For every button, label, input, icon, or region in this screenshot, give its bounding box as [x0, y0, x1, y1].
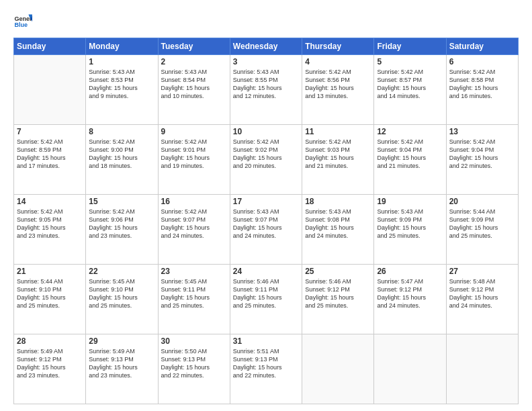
- day-number: 27: [449, 267, 515, 276]
- day-number: 21: [17, 267, 83, 276]
- cell-info: Sunrise: 5:46 AMSunset: 9:11 PMDaylight:…: [233, 277, 299, 310]
- day-number: 2: [161, 57, 227, 66]
- calendar-cell: 5Sunrise: 5:42 AMSunset: 8:57 PMDaylight…: [374, 55, 446, 125]
- calendar-cell: 22Sunrise: 5:45 AMSunset: 9:10 PMDayligh…: [86, 265, 158, 334]
- calendar-table: SundayMondayTuesdayWednesdayThursdayFrid…: [13, 38, 519, 404]
- cell-info: Sunrise: 5:45 AMSunset: 9:10 PMDaylight:…: [89, 277, 154, 310]
- cell-info: Sunrise: 5:44 AMSunset: 9:09 PMDaylight:…: [449, 208, 515, 240]
- calendar-cell: 19Sunrise: 5:43 AMSunset: 9:09 PMDayligh…: [374, 195, 446, 265]
- day-number: 14: [17, 197, 83, 206]
- page: General Blue SundayMondayTuesdayWednesda…: [0, 0, 532, 411]
- day-number: 17: [233, 197, 299, 206]
- calendar-cell: 7Sunrise: 5:42 AMSunset: 8:59 PMDaylight…: [14, 125, 86, 195]
- day-number: 11: [305, 127, 371, 136]
- calendar-cell: 6Sunrise: 5:42 AMSunset: 8:58 PMDaylight…: [446, 55, 518, 125]
- day-number: 26: [377, 267, 443, 276]
- weekday-header: Thursday: [302, 38, 374, 55]
- cell-info: Sunrise: 5:42 AMSunset: 8:59 PMDaylight:…: [17, 138, 83, 171]
- cell-info: Sunrise: 5:43 AMSunset: 9:07 PMDaylight:…: [233, 208, 299, 240]
- calendar-cell: [446, 334, 518, 404]
- calendar-cell: 21Sunrise: 5:44 AMSunset: 9:10 PMDayligh…: [14, 265, 86, 334]
- calendar-cell: 18Sunrise: 5:43 AMSunset: 9:08 PMDayligh…: [302, 195, 374, 265]
- header-row: SundayMondayTuesdayWednesdayThursdayFrid…: [14, 38, 519, 55]
- cell-info: Sunrise: 5:42 AMSunset: 9:07 PMDaylight:…: [161, 208, 227, 240]
- day-number: 30: [161, 336, 227, 346]
- calendar-cell: 30Sunrise: 5:50 AMSunset: 9:13 PMDayligh…: [158, 334, 230, 404]
- calendar-cell: 13Sunrise: 5:42 AMSunset: 9:04 PMDayligh…: [446, 125, 518, 195]
- header: General Blue: [13, 12, 519, 31]
- cell-info: Sunrise: 5:43 AMSunset: 8:54 PMDaylight:…: [161, 68, 227, 101]
- calendar-cell: 20Sunrise: 5:44 AMSunset: 9:09 PMDayligh…: [446, 195, 518, 265]
- cell-info: Sunrise: 5:43 AMSunset: 8:55 PMDaylight:…: [233, 68, 299, 101]
- cell-info: Sunrise: 5:42 AMSunset: 9:00 PMDaylight:…: [89, 138, 154, 171]
- logo: General Blue: [13, 12, 35, 31]
- day-number: 24: [233, 267, 299, 276]
- calendar-cell: 16Sunrise: 5:42 AMSunset: 9:07 PMDayligh…: [158, 195, 230, 265]
- calendar-cell: 9Sunrise: 5:42 AMSunset: 9:01 PMDaylight…: [158, 125, 230, 195]
- day-number: 12: [377, 127, 443, 136]
- day-number: 20: [449, 197, 515, 206]
- day-number: 5: [377, 57, 443, 66]
- day-number: 25: [305, 267, 371, 276]
- calendar-cell: 10Sunrise: 5:42 AMSunset: 9:02 PMDayligh…: [230, 125, 302, 195]
- day-number: 31: [233, 336, 299, 346]
- weekday-header: Friday: [374, 38, 446, 55]
- day-number: 13: [449, 127, 515, 136]
- calendar-cell: 23Sunrise: 5:45 AMSunset: 9:11 PMDayligh…: [158, 265, 230, 334]
- cell-info: Sunrise: 5:50 AMSunset: 9:13 PMDaylight:…: [161, 347, 227, 380]
- calendar-cell: [302, 334, 374, 404]
- cell-info: Sunrise: 5:48 AMSunset: 9:12 PMDaylight:…: [449, 277, 515, 310]
- cell-info: Sunrise: 5:42 AMSunset: 9:06 PMDaylight:…: [89, 208, 154, 240]
- day-number: 1: [89, 57, 154, 66]
- day-number: 22: [89, 267, 154, 276]
- calendar-cell: 11Sunrise: 5:42 AMSunset: 9:03 PMDayligh…: [302, 125, 374, 195]
- cell-info: Sunrise: 5:42 AMSunset: 9:04 PMDaylight:…: [449, 138, 515, 171]
- calendar-week-row: 28Sunrise: 5:49 AMSunset: 9:12 PMDayligh…: [14, 334, 519, 404]
- day-number: 28: [17, 336, 83, 346]
- calendar-cell: 26Sunrise: 5:47 AMSunset: 9:12 PMDayligh…: [374, 265, 446, 334]
- cell-info: Sunrise: 5:43 AMSunset: 9:09 PMDaylight:…: [377, 208, 443, 240]
- day-number: 8: [89, 127, 154, 136]
- cell-info: Sunrise: 5:42 AMSunset: 9:05 PMDaylight:…: [17, 208, 83, 240]
- calendar-cell: 28Sunrise: 5:49 AMSunset: 9:12 PMDayligh…: [14, 334, 86, 404]
- calendar-cell: 25Sunrise: 5:46 AMSunset: 9:12 PMDayligh…: [302, 265, 374, 334]
- calendar-cell: 1Sunrise: 5:43 AMSunset: 8:53 PMDaylight…: [86, 55, 158, 125]
- cell-info: Sunrise: 5:42 AMSunset: 8:58 PMDaylight:…: [449, 68, 515, 101]
- day-number: 10: [233, 127, 299, 136]
- logo-icon: General Blue: [13, 12, 32, 31]
- calendar-cell: [374, 334, 446, 404]
- cell-info: Sunrise: 5:42 AMSunset: 9:04 PMDaylight:…: [377, 138, 443, 171]
- cell-info: Sunrise: 5:47 AMSunset: 9:12 PMDaylight:…: [377, 277, 443, 310]
- calendar-cell: 4Sunrise: 5:42 AMSunset: 8:56 PMDaylight…: [302, 55, 374, 125]
- calendar-cell: 2Sunrise: 5:43 AMSunset: 8:54 PMDaylight…: [158, 55, 230, 125]
- calendar-cell: 12Sunrise: 5:42 AMSunset: 9:04 PMDayligh…: [374, 125, 446, 195]
- calendar-cell: 29Sunrise: 5:49 AMSunset: 9:13 PMDayligh…: [86, 334, 158, 404]
- weekday-header: Saturday: [446, 38, 518, 55]
- day-number: 18: [305, 197, 371, 206]
- day-number: 23: [161, 267, 227, 276]
- day-number: 6: [449, 57, 515, 66]
- day-number: 19: [377, 197, 443, 206]
- cell-info: Sunrise: 5:46 AMSunset: 9:12 PMDaylight:…: [305, 277, 371, 310]
- cell-info: Sunrise: 5:42 AMSunset: 8:57 PMDaylight:…: [377, 68, 443, 101]
- cell-info: Sunrise: 5:42 AMSunset: 9:03 PMDaylight:…: [305, 138, 371, 171]
- cell-info: Sunrise: 5:42 AMSunset: 8:56 PMDaylight:…: [305, 68, 371, 101]
- cell-info: Sunrise: 5:43 AMSunset: 8:53 PMDaylight:…: [89, 68, 154, 101]
- svg-text:Blue: Blue: [14, 21, 28, 28]
- cell-info: Sunrise: 5:45 AMSunset: 9:11 PMDaylight:…: [161, 277, 227, 310]
- calendar-cell: 8Sunrise: 5:42 AMSunset: 9:00 PMDaylight…: [86, 125, 158, 195]
- cell-info: Sunrise: 5:42 AMSunset: 9:01 PMDaylight:…: [161, 138, 227, 171]
- day-number: 4: [305, 57, 371, 66]
- day-number: 15: [89, 197, 154, 206]
- day-number: 9: [161, 127, 227, 136]
- cell-info: Sunrise: 5:49 AMSunset: 9:13 PMDaylight:…: [89, 347, 154, 380]
- weekday-header: Monday: [86, 38, 158, 55]
- calendar-week-row: 7Sunrise: 5:42 AMSunset: 8:59 PMDaylight…: [14, 125, 519, 195]
- calendar-cell: 14Sunrise: 5:42 AMSunset: 9:05 PMDayligh…: [14, 195, 86, 265]
- day-number: 16: [161, 197, 227, 206]
- calendar-cell: 17Sunrise: 5:43 AMSunset: 9:07 PMDayligh…: [230, 195, 302, 265]
- calendar-cell: 31Sunrise: 5:51 AMSunset: 9:13 PMDayligh…: [230, 334, 302, 404]
- weekday-header: Wednesday: [230, 38, 302, 55]
- calendar-week-row: 21Sunrise: 5:44 AMSunset: 9:10 PMDayligh…: [14, 265, 519, 334]
- weekday-header: Sunday: [14, 38, 86, 55]
